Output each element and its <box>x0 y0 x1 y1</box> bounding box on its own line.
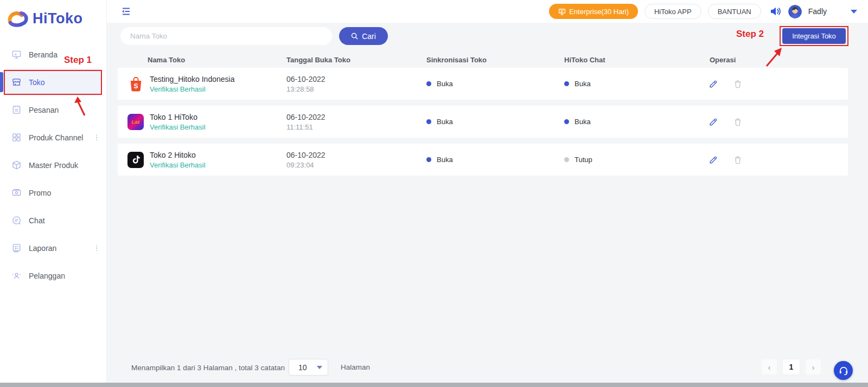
brand-name: HiToko <box>33 10 83 27</box>
status-dot <box>426 119 431 124</box>
sync-status: Buka <box>426 118 564 126</box>
status-dot <box>564 119 569 124</box>
status-dot <box>426 81 431 86</box>
sidebar-item-pelanggan[interactable]: Pelanggan <box>5 262 101 289</box>
delete-trash-icon[interactable] <box>733 117 743 127</box>
svg-text:S: S <box>133 82 138 89</box>
sidebar-item-label: Toko <box>29 78 45 87</box>
sidebar-menu: Beranda Toko Pesanan Produk Channel <box>0 41 106 289</box>
delete-trash-icon[interactable] <box>733 155 743 165</box>
table-header-row: Nama Toko Tanggal Buka Toko Sinkronisasi… <box>118 51 848 68</box>
store-verification-link[interactable]: Verifikasi Berhasil <box>150 85 234 93</box>
sidebar-item-label: Chat <box>29 216 45 225</box>
open-date: 06-10-2022 <box>286 151 426 159</box>
shopee-icon: S <box>127 76 144 92</box>
integrasi-toko-button[interactable]: Integrasi Toko <box>782 28 846 44</box>
brand-logo: HiToko <box>7 9 83 28</box>
store-name: Toko 1 HiToko <box>150 113 206 121</box>
col-header-tanggal: Tanggal Buka Toko <box>286 56 426 64</box>
sidebar-item-chat[interactable]: Chat <box>5 207 101 234</box>
status-dot <box>564 157 569 162</box>
store-verification-link[interactable]: Verifikasi Berhasil <box>150 123 206 131</box>
home-monitor-icon <box>11 49 22 60</box>
sidebar-item-label: Laporan <box>29 244 56 253</box>
sidebar-item-master-produk[interactable]: Master Produk <box>5 151 101 179</box>
bottom-edge-band <box>0 383 868 387</box>
pagination-next-button[interactable]: › <box>806 359 821 375</box>
page-size-select[interactable]: 10 <box>289 359 328 376</box>
lazada-icon: Laz <box>127 114 144 130</box>
cube-icon <box>11 160 22 170</box>
open-time: 11:11:51 <box>286 123 426 131</box>
sync-status: Buka <box>426 156 564 164</box>
delete-trash-icon[interactable] <box>733 79 743 89</box>
sidebar-item-label: Produk Channel <box>29 133 83 142</box>
open-date: 06-10-2022 <box>286 113 426 121</box>
hitoko-app-button[interactable]: HiToko APP <box>644 4 701 19</box>
sidebar-item-laporan[interactable]: Laporan <box>5 234 101 262</box>
sidebar-item-label: Beranda <box>29 50 58 59</box>
customer-support-button[interactable] <box>834 361 853 380</box>
user-avatar[interactable] <box>788 5 802 18</box>
enterprise-badge-icon <box>558 8 566 15</box>
sidebar-item-produk-channel[interactable]: Produk Channel <box>5 124 101 151</box>
store-name: Toko 2 Hitoko <box>150 151 206 159</box>
open-time: 09:23:04 <box>286 161 426 169</box>
annotation-step1-label: Step 1 <box>64 55 92 66</box>
sidebar: HiToko Beranda Toko Pesanan <box>0 0 107 383</box>
edit-pencil-icon[interactable] <box>709 117 718 127</box>
customers-icon <box>11 270 22 281</box>
submenu-dots-icon <box>96 134 98 141</box>
chat-status: Tutup <box>564 156 703 164</box>
app-root: HiToko Beranda Toko Pesanan <box>0 0 868 387</box>
sidebar-item-label: Pelanggan <box>29 272 65 280</box>
sidebar-item-label: Pesanan <box>29 106 59 114</box>
sidebar-item-label: Promo <box>29 189 51 197</box>
store-search-box <box>120 27 332 45</box>
pagination-prev-button[interactable]: ‹ <box>762 359 777 375</box>
chat-bubble-icon <box>11 215 22 225</box>
promo-wallet-icon <box>11 188 22 198</box>
user-name: Fadly <box>808 7 827 16</box>
select-caret-icon <box>317 366 322 369</box>
sidebar-item-label: Master Produk <box>29 161 78 170</box>
report-doc-icon <box>11 243 22 253</box>
sidebar-item-promo[interactable]: Promo <box>5 179 101 207</box>
sidebar-item-pesanan[interactable]: Pesanan <box>5 96 101 124</box>
page-size-unit-label: Halaman <box>341 363 370 371</box>
sidebar-collapse-icon[interactable] <box>120 6 131 17</box>
topbar-right-cluster: Enterprise(30 Hari) HiToko APP BANTUAN F… <box>549 4 857 19</box>
sidebar-item-toko[interactable]: Toko <box>5 68 101 96</box>
edit-pencil-icon[interactable] <box>709 79 718 89</box>
pagination-current-page[interactable]: 1 <box>783 359 800 375</box>
sync-status: Buka <box>426 80 564 88</box>
store-verification-link[interactable]: Verifikasi Berhasil <box>150 161 206 169</box>
tiktok-icon <box>127 152 144 168</box>
search-icon <box>351 33 358 40</box>
pagination-summary: Menampilkan 1 dari 3 Halaman , total 3 c… <box>131 364 285 372</box>
chat-status: Buka <box>564 118 703 126</box>
order-clipboard-icon <box>11 105 22 115</box>
open-time: 13:28:58 <box>286 85 426 93</box>
status-dot <box>564 81 569 86</box>
grid-icon <box>11 132 22 143</box>
store-name: Testing_Hitoko Indonesia <box>150 75 234 83</box>
col-header-sinkronisasi: Sinkronisasi Toko <box>426 56 564 64</box>
annotation-step2-label: Step 2 <box>736 29 764 40</box>
hitoko-swirl-icon <box>7 9 29 28</box>
store-icon <box>11 77 22 87</box>
table-row: S Testing_Hitoko Indonesia Verifikasi Be… <box>118 68 848 100</box>
search-input[interactable] <box>120 32 332 40</box>
chat-status: Buka <box>564 80 703 88</box>
bantuan-button[interactable]: BANTUAN <box>708 4 761 19</box>
col-header-operasi: Operasi <box>703 56 848 64</box>
announcement-speaker-icon[interactable] <box>770 6 782 17</box>
open-date: 06-10-2022 <box>286 75 426 83</box>
enterprise-button[interactable]: Enterprise(30 Hari) <box>549 4 638 19</box>
user-menu-chevron-down-icon[interactable] <box>851 10 857 14</box>
edit-pencil-icon[interactable] <box>709 155 718 165</box>
table-row: Laz Toko 1 HiToko Verifikasi Berhasil 06… <box>118 106 848 138</box>
col-header-nama-toko: Nama Toko <box>148 56 286 64</box>
headset-icon <box>838 365 849 376</box>
search-button[interactable]: Cari <box>339 27 388 45</box>
